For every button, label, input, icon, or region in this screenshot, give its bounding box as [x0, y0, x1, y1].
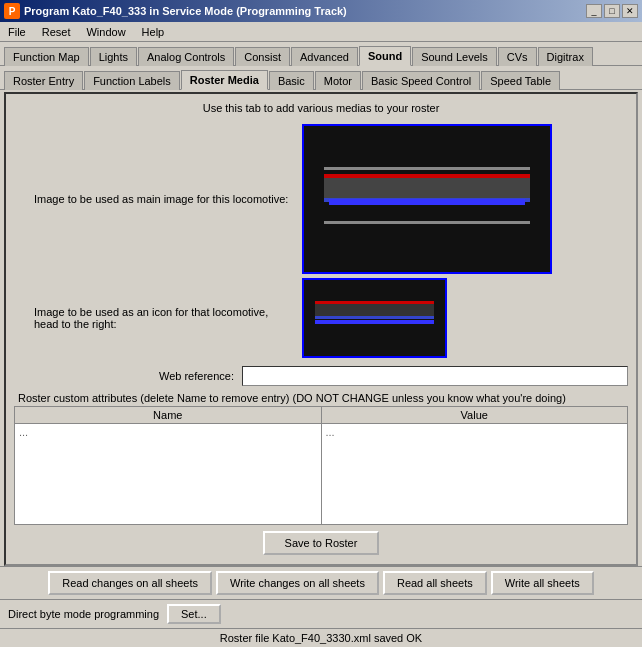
roster-attr-label: Roster custom attributes (delete Name to… — [14, 392, 628, 404]
locomotive-icon-image — [304, 280, 445, 356]
menu-window[interactable]: Window — [82, 24, 129, 40]
read-changes-button[interactable]: Read changes on all sheets — [48, 571, 212, 595]
tab-function-map[interactable]: Function Map — [4, 47, 89, 66]
main-image-display[interactable] — [302, 124, 552, 274]
menu-reset[interactable]: Reset — [38, 24, 75, 40]
tab-row-2: Roster Entry Function Labels Roster Medi… — [0, 66, 642, 90]
tab-advanced[interactable]: Advanced — [291, 47, 358, 66]
content-panel: Use this tab to add various medias to yo… — [4, 92, 638, 566]
icon-image-display[interactable] — [302, 278, 447, 358]
save-row: Save to Roster — [14, 525, 628, 561]
tab-basic-speed-control[interactable]: Basic Speed Control — [362, 71, 480, 90]
close-button[interactable]: ✕ — [622, 4, 638, 18]
menu-bar: File Reset Window Help — [0, 22, 642, 42]
title-bar: P Program Kato_F40_333 in Service Mode (… — [0, 0, 642, 22]
roster-body-name: ... — [15, 424, 322, 524]
set-button[interactable]: Set... — [167, 604, 221, 624]
main-image-label: Image to be used as main image for this … — [14, 193, 294, 205]
tab-digitrax[interactable]: Digitrax — [538, 47, 593, 66]
tab-roster-media[interactable]: Roster Media — [181, 70, 268, 90]
tab-roster-entry[interactable]: Roster Entry — [4, 71, 83, 90]
window-title: Program Kato_F40_333 in Service Mode (Pr… — [24, 5, 347, 17]
loco-detail-2 — [324, 221, 531, 224]
loco-stripe-detail — [324, 174, 531, 202]
menu-file[interactable]: File — [4, 24, 30, 40]
save-to-roster-button[interactable]: Save to Roster — [263, 531, 380, 555]
minimize-button[interactable]: _ — [586, 4, 602, 18]
roster-attributes-section: Roster custom attributes (delete Name to… — [14, 392, 628, 525]
tab-speed-table[interactable]: Speed Table — [481, 71, 560, 90]
web-ref-label: Web reference: — [34, 370, 234, 382]
loco-detail-1 — [324, 167, 531, 170]
tab-consist[interactable]: Consist — [235, 47, 290, 66]
tab-function-labels[interactable]: Function Labels — [84, 71, 180, 90]
write-all-button[interactable]: Write all sheets — [491, 571, 594, 595]
web-ref-row: Web reference: — [14, 366, 628, 386]
maximize-button[interactable]: □ — [604, 4, 620, 18]
roster-attributes-table: Name Value ... ... — [14, 406, 628, 525]
status-text: Roster file Kato_F40_3330.xml saved OK — [220, 632, 422, 644]
tab-row-1: Function Map Lights Analog Controls Cons… — [0, 42, 642, 66]
window-controls: _ □ ✕ — [586, 4, 638, 18]
status-row: Direct byte mode programming Set... — [0, 599, 642, 628]
write-changes-button[interactable]: Write changes on all sheets — [216, 571, 379, 595]
roster-body-value: ... — [322, 424, 628, 524]
app-icon: P — [4, 3, 20, 19]
roster-table-header: Name Value — [15, 407, 627, 424]
status-bar: Roster file Kato_F40_3330.xml saved OK — [0, 628, 642, 647]
roster-table-body: ... ... — [15, 424, 627, 524]
bottom-button-row: Read changes on all sheets Write changes… — [0, 566, 642, 599]
panel-header: Use this tab to add various medias to yo… — [14, 102, 628, 114]
tab-sound-levels[interactable]: Sound Levels — [412, 47, 497, 66]
read-all-button[interactable]: Read all sheets — [383, 571, 487, 595]
loco-icon-stripe — [315, 301, 433, 319]
tab-cvs[interactable]: CVs — [498, 47, 537, 66]
direct-byte-label: Direct byte mode programming — [8, 608, 159, 620]
menu-help[interactable]: Help — [138, 24, 169, 40]
col-name: Name — [15, 407, 322, 423]
tab-sound[interactable]: Sound — [359, 46, 411, 66]
tab-analog-controls[interactable]: Analog Controls — [138, 47, 234, 66]
tab-basic[interactable]: Basic — [269, 71, 314, 90]
locomotive-main-image — [304, 126, 550, 272]
icon-image-label: Image to be used as an icon for that loc… — [14, 306, 294, 330]
col-value: Value — [322, 407, 628, 423]
tab-lights[interactable]: Lights — [90, 47, 137, 66]
web-ref-input[interactable] — [242, 366, 628, 386]
tab-motor[interactable]: Motor — [315, 71, 361, 90]
main-image-row: Image to be used as main image for this … — [14, 124, 628, 274]
icon-image-row: Image to be used as an icon for that loc… — [14, 278, 628, 358]
